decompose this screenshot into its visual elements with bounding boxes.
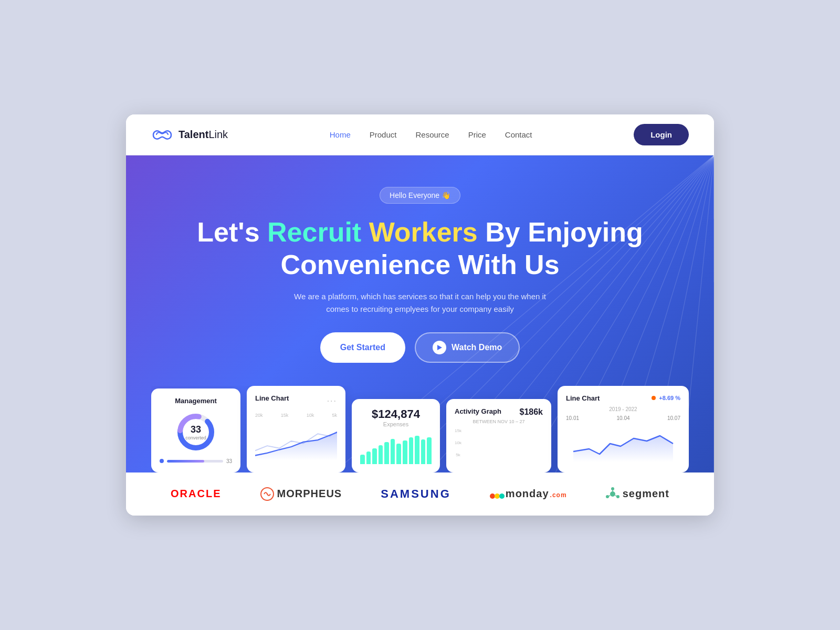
svg-point-22 [495,494,500,499]
donut-number: 33 [185,424,206,435]
management-card: Management 33 converted [151,388,240,472]
expenses-card: $124,874 Expenses [352,399,440,472]
monday-logo: monday.com [490,488,567,500]
line-chart-2-daterange: 2019 - 2022 [566,406,680,412]
svg-line-29 [615,496,617,496]
monday-icon [490,489,505,499]
samsung-logo: SAMSUNG [381,487,450,501]
nav-home[interactable]: Home [330,130,351,139]
svg-line-30 [608,496,610,496]
greeting-badge: Hello Everyone 👋 [380,187,460,204]
activity-card: Activity Graph $186k BETWEEN NOV 10 – 27… [446,399,551,472]
navbar: TalentLink Home Product Resource Price C… [126,114,714,155]
line-chart-1-title: Line Chart [255,394,289,402]
line-chart-2-title: Line Chart [566,394,600,402]
oracle-logo: ORACLE [171,488,221,500]
hero-content: Hello Everyone 👋 Let's Recruit Workers B… [151,187,689,472]
hero-title: Let's Recruit Workers By Enjoying Conven… [151,216,689,281]
line-chart-1-header: Line Chart ··· [255,394,337,408]
management-title: Management [160,397,232,405]
line-chart-2-header: Line Chart +8.69 % [566,394,680,402]
logo-area: TalentLink [151,128,228,142]
expense-amount: $124,874 [360,407,432,421]
line-chart-1-labels: 20k15k10k5k [255,413,337,418]
activity-y-labels: 15k10k5k [455,428,461,457]
segment-logo: segment [606,487,669,501]
donut-wrapper: 33 converted [160,411,232,453]
badge-dot [652,396,656,400]
progress-count: 33 [226,458,232,464]
nav-price[interactable]: Price [468,130,486,139]
hero-buttons: Get Started Watch Demo [151,332,689,363]
line-chart-1-svg [255,420,337,462]
morpheus-logo: MORPHEUS [260,487,342,501]
line-chart-2-sublabels: 10.0110.0410.07 [566,415,680,421]
svg-point-24 [610,491,615,497]
get-started-button[interactable]: Get Started [320,332,405,363]
line-chart-2-card: Line Chart +8.69 % 2019 - 2022 10.0110.0… [558,386,689,472]
play-icon [433,341,446,354]
expense-label: Expenses [360,421,432,427]
segment-icon [606,487,620,501]
hero-subtitle: We are a platform, which has services so… [284,290,556,316]
logos-bar: ORACLE MORPHEUS SAMSUNG monday.com [126,472,714,516]
hero-section: Hello Everyone 👋 Let's Recruit Workers B… [126,155,714,472]
nav-product[interactable]: Product [370,130,397,139]
morpheus-icon [260,487,274,501]
dashboard-row: Management 33 converted [151,386,689,472]
donut-label: converted [185,435,206,440]
line-chart-1-card: Line Chart ··· 20k15k10k5k [247,386,345,472]
login-button[interactable]: Login [634,124,689,145]
svg-point-27 [606,495,609,498]
line-chart-2-badge: +8.69 % [652,395,680,401]
browser-frame: TalentLink Home Product Resource Price C… [126,114,714,516]
svg-point-21 [490,494,495,499]
activity-date: BETWEEN NOV 10 – 27 [455,419,543,424]
nav-links: Home Product Resource Price Contact [330,130,532,140]
svg-point-23 [499,494,505,499]
activity-title: Activity Graph [455,407,501,415]
donut-chart: 33 converted [175,411,217,453]
activity-header: Activity Graph $186k [455,407,543,417]
svg-point-25 [611,487,614,490]
activity-amount: $186k [520,407,543,417]
play-triangle [437,345,442,350]
line-chart-2-svg [566,425,680,462]
expenses-bar-chart [360,433,432,464]
svg-point-26 [616,495,620,498]
progress-bar-row: 33 [160,458,232,464]
activity-bar-chart [466,428,477,457]
nav-resource[interactable]: Resource [415,130,449,139]
more-options-icon[interactable]: ··· [327,396,337,406]
badge-percentage: +8.69 % [659,395,680,401]
watch-demo-button[interactable]: Watch Demo [415,332,520,363]
logo-icon [151,128,173,142]
brand-name: TalentLink [178,129,228,141]
nav-contact[interactable]: Contact [505,130,532,139]
progress-bar [167,460,223,463]
progress-dot [160,459,164,463]
